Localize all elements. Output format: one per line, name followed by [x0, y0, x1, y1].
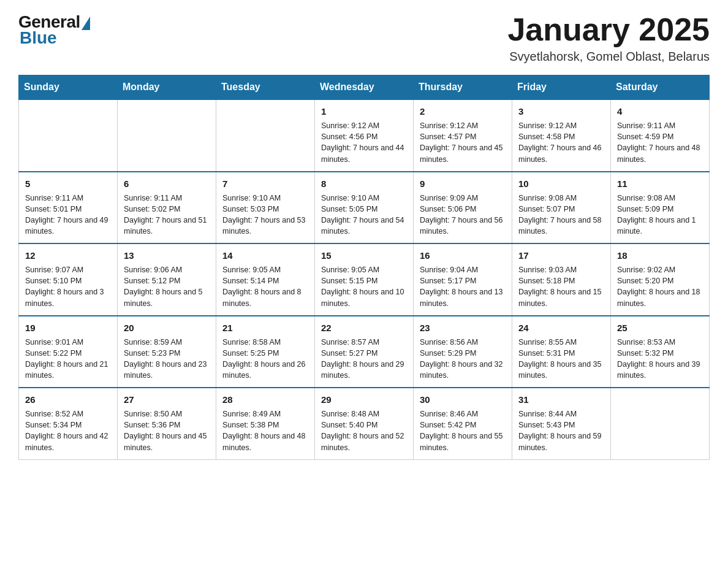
calendar-day-cell: 23Sunrise: 8:56 AM Sunset: 5:29 PM Dayli…	[414, 316, 512, 388]
day-info: Sunrise: 9:11 AM Sunset: 5:02 PM Dayligh…	[124, 193, 210, 237]
day-info: Sunrise: 9:08 AM Sunset: 5:07 PM Dayligh…	[518, 193, 604, 237]
day-info: Sunrise: 9:09 AM Sunset: 5:06 PM Dayligh…	[420, 193, 506, 237]
calendar-day-cell: 4Sunrise: 9:11 AM Sunset: 4:59 PM Daylig…	[611, 99, 710, 172]
day-info: Sunrise: 9:07 AM Sunset: 5:10 PM Dayligh…	[25, 264, 111, 309]
calendar-day-cell: 11Sunrise: 9:08 AM Sunset: 5:09 PM Dayli…	[611, 172, 710, 244]
calendar-day-cell: 21Sunrise: 8:58 AM Sunset: 5:25 PM Dayli…	[216, 316, 315, 388]
weekday-header-thursday: Thursday	[414, 75, 512, 100]
logo: General Blue	[18, 12, 90, 48]
calendar-day-cell: 18Sunrise: 9:02 AM Sunset: 5:20 PM Dayli…	[611, 243, 710, 316]
calendar-day-cell: 29Sunrise: 8:48 AM Sunset: 5:40 PM Dayli…	[315, 388, 414, 459]
calendar-day-cell: 27Sunrise: 8:50 AM Sunset: 5:36 PM Dayli…	[118, 388, 216, 459]
calendar-day-cell: 10Sunrise: 9:08 AM Sunset: 5:07 PM Dayli…	[512, 172, 611, 244]
day-info: Sunrise: 9:11 AM Sunset: 5:01 PM Dayligh…	[25, 193, 111, 237]
calendar-day-cell: 1Sunrise: 9:12 AM Sunset: 4:56 PM Daylig…	[315, 99, 414, 172]
calendar-day-cell: 20Sunrise: 8:59 AM Sunset: 5:23 PM Dayli…	[118, 316, 216, 388]
calendar-empty-cell	[19, 99, 118, 172]
day-number: 20	[124, 321, 210, 334]
weekday-header-row: SundayMondayTuesdayWednesdayThursdayFrid…	[19, 75, 710, 100]
day-info: Sunrise: 9:10 AM Sunset: 5:05 PM Dayligh…	[321, 193, 407, 237]
calendar-day-cell: 14Sunrise: 9:05 AM Sunset: 5:14 PM Dayli…	[216, 243, 315, 316]
calendar-empty-cell	[216, 99, 315, 172]
logo-blue-text: Blue	[20, 28, 57, 48]
day-info: Sunrise: 8:53 AM Sunset: 5:32 PM Dayligh…	[617, 337, 703, 381]
day-number: 12	[25, 249, 111, 262]
day-info: Sunrise: 9:08 AM Sunset: 5:09 PM Dayligh…	[617, 193, 703, 237]
day-number: 25	[617, 321, 703, 334]
weekday-header-saturday: Saturday	[611, 75, 710, 100]
calendar-day-cell: 22Sunrise: 8:57 AM Sunset: 5:27 PM Dayli…	[315, 316, 414, 388]
day-number: 2	[420, 105, 506, 118]
day-info: Sunrise: 9:05 AM Sunset: 5:14 PM Dayligh…	[222, 264, 308, 309]
calendar-day-cell: 26Sunrise: 8:52 AM Sunset: 5:34 PM Dayli…	[19, 388, 118, 459]
day-info: Sunrise: 9:12 AM Sunset: 4:58 PM Dayligh…	[518, 120, 604, 165]
logo-triangle-icon	[82, 17, 90, 30]
calendar-day-cell: 12Sunrise: 9:07 AM Sunset: 5:10 PM Dayli…	[19, 243, 118, 316]
day-number: 27	[124, 393, 210, 406]
day-info: Sunrise: 9:01 AM Sunset: 5:22 PM Dayligh…	[25, 337, 111, 381]
day-number: 28	[222, 393, 308, 406]
day-number: 29	[321, 393, 407, 406]
day-info: Sunrise: 8:44 AM Sunset: 5:43 PM Dayligh…	[518, 408, 604, 453]
calendar-day-cell: 31Sunrise: 8:44 AM Sunset: 5:43 PM Dayli…	[512, 388, 611, 459]
calendar-week-row: 12Sunrise: 9:07 AM Sunset: 5:10 PM Dayli…	[19, 243, 710, 316]
day-number: 5	[25, 177, 111, 190]
calendar-day-cell: 8Sunrise: 9:10 AM Sunset: 5:05 PM Daylig…	[315, 172, 414, 244]
calendar-day-cell: 30Sunrise: 8:46 AM Sunset: 5:42 PM Dayli…	[414, 388, 512, 459]
calendar-empty-cell	[611, 388, 710, 459]
day-info: Sunrise: 9:06 AM Sunset: 5:12 PM Dayligh…	[124, 264, 210, 309]
day-number: 7	[222, 177, 308, 190]
day-number: 26	[25, 393, 111, 406]
day-number: 10	[518, 177, 604, 190]
calendar-day-cell: 15Sunrise: 9:05 AM Sunset: 5:15 PM Dayli…	[315, 243, 414, 316]
weekday-header-monday: Monday	[118, 75, 216, 100]
day-info: Sunrise: 9:03 AM Sunset: 5:18 PM Dayligh…	[518, 264, 604, 309]
calendar-day-cell: 17Sunrise: 9:03 AM Sunset: 5:18 PM Dayli…	[512, 243, 611, 316]
calendar-day-cell: 9Sunrise: 9:09 AM Sunset: 5:06 PM Daylig…	[414, 172, 512, 244]
day-number: 8	[321, 177, 407, 190]
day-info: Sunrise: 9:10 AM Sunset: 5:03 PM Dayligh…	[222, 193, 308, 237]
day-number: 4	[617, 105, 703, 118]
day-info: Sunrise: 8:58 AM Sunset: 5:25 PM Dayligh…	[222, 337, 308, 381]
day-info: Sunrise: 8:55 AM Sunset: 5:31 PM Dayligh…	[518, 337, 604, 381]
title-section: January 2025 Svyetlahorsk, Gomel Oblast,…	[507, 12, 710, 64]
day-info: Sunrise: 8:49 AM Sunset: 5:38 PM Dayligh…	[222, 408, 308, 453]
day-number: 11	[617, 177, 703, 190]
day-info: Sunrise: 9:12 AM Sunset: 4:56 PM Dayligh…	[321, 120, 407, 165]
day-number: 17	[518, 249, 604, 262]
weekday-header-friday: Friday	[512, 75, 611, 100]
day-number: 31	[518, 393, 604, 406]
day-number: 13	[124, 249, 210, 262]
day-info: Sunrise: 9:05 AM Sunset: 5:15 PM Dayligh…	[321, 264, 407, 309]
calendar-table: SundayMondayTuesdayWednesdayThursdayFrid…	[18, 75, 710, 460]
day-info: Sunrise: 9:11 AM Sunset: 4:59 PM Dayligh…	[617, 120, 703, 165]
calendar-day-cell: 24Sunrise: 8:55 AM Sunset: 5:31 PM Dayli…	[512, 316, 611, 388]
day-info: Sunrise: 8:50 AM Sunset: 5:36 PM Dayligh…	[124, 408, 210, 453]
day-info: Sunrise: 8:57 AM Sunset: 5:27 PM Dayligh…	[321, 337, 407, 381]
day-number: 30	[420, 393, 506, 406]
day-number: 9	[420, 177, 506, 190]
day-number: 16	[420, 249, 506, 262]
calendar-day-cell: 19Sunrise: 9:01 AM Sunset: 5:22 PM Dayli…	[19, 316, 118, 388]
calendar-day-cell: 7Sunrise: 9:10 AM Sunset: 5:03 PM Daylig…	[216, 172, 315, 244]
day-number: 22	[321, 321, 407, 334]
month-title: January 2025	[507, 12, 710, 47]
day-number: 21	[222, 321, 308, 334]
calendar-empty-cell	[118, 99, 216, 172]
weekday-header-wednesday: Wednesday	[315, 75, 414, 100]
day-number: 23	[420, 321, 506, 334]
calendar-day-cell: 28Sunrise: 8:49 AM Sunset: 5:38 PM Dayli…	[216, 388, 315, 459]
day-number: 18	[617, 249, 703, 262]
calendar-week-row: 1Sunrise: 9:12 AM Sunset: 4:56 PM Daylig…	[19, 99, 710, 172]
day-number: 1	[321, 105, 407, 118]
calendar-week-row: 26Sunrise: 8:52 AM Sunset: 5:34 PM Dayli…	[19, 388, 710, 459]
day-number: 24	[518, 321, 604, 334]
day-number: 19	[25, 321, 111, 334]
calendar-day-cell: 2Sunrise: 9:12 AM Sunset: 4:57 PM Daylig…	[414, 99, 512, 172]
weekday-header-sunday: Sunday	[19, 75, 118, 100]
day-info: Sunrise: 9:02 AM Sunset: 5:20 PM Dayligh…	[617, 264, 703, 309]
day-info: Sunrise: 8:48 AM Sunset: 5:40 PM Dayligh…	[321, 408, 407, 453]
day-number: 14	[222, 249, 308, 262]
day-info: Sunrise: 8:46 AM Sunset: 5:42 PM Dayligh…	[420, 408, 506, 453]
day-number: 6	[124, 177, 210, 190]
